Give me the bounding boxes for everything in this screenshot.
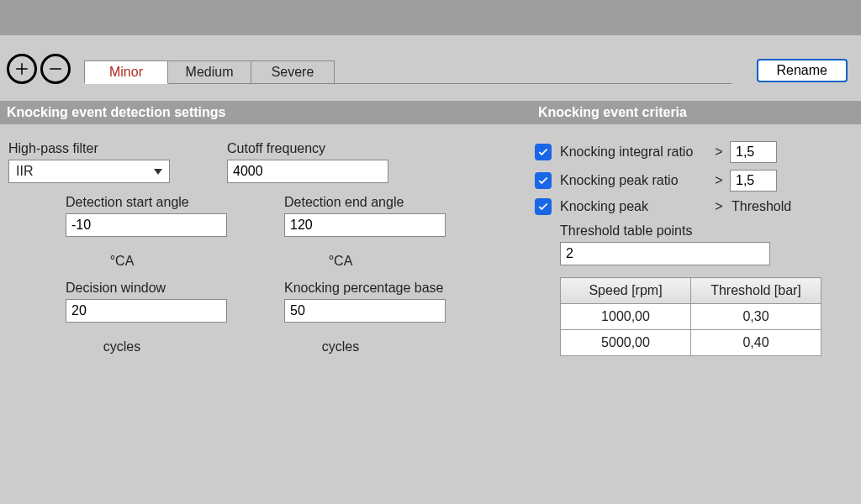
cycles-unit-2: cycles [322,339,359,354]
knocking-peak-ratio-checkbox[interactable] [535,172,552,189]
section-title-criteria: Knocking event criteria [535,105,861,120]
tab-minor[interactable]: Minor [84,60,168,84]
plus-icon [14,61,29,76]
gt-symbol-2: > [711,173,726,188]
knocking-peak-ratio-label: Knocking peak ratio [560,173,711,188]
knocking-integral-ratio-label: Knocking integral ratio [560,144,711,160]
gt-symbol-3: > [711,199,726,214]
knocking-integral-ratio-input[interactable] [730,141,777,163]
high-pass-filter-select[interactable]: IIR [8,160,170,183]
knocking-peak-label: Knocking peak [560,199,711,214]
threshold-cell-thresh-1[interactable]: 0,40 [691,330,821,356]
gt-symbol-1: > [711,144,726,160]
threshold-table: Speed [rpm] Threshold [bar] 1000,00 0,30… [560,277,821,356]
section-header-bar: Knocking event detection settings Knocki… [0,101,861,124]
knocking-peak-checkbox[interactable] [535,198,552,215]
remove-tab-button[interactable] [40,54,71,84]
app-top-bar [0,0,861,35]
check-icon [537,201,549,213]
cutoff-frequency-label: Cutoff frequency [227,141,446,156]
table-row[interactable]: 1000,00 0,30 [561,304,821,330]
detection-start-angle-input[interactable] [66,213,227,237]
knocking-peak-ratio-input[interactable] [730,170,777,192]
threshold-table-header-threshold: Threshold [bar] [691,278,821,304]
threshold-table-header-speed: Speed [rpm] [561,278,691,304]
decision-window-label: Decision window [66,281,227,296]
table-row[interactable]: 5000,00 0,40 [561,330,821,356]
threshold-cell-thresh-0[interactable]: 0,30 [691,304,821,330]
knocking-percentage-base-label: Knocking percentage base [284,281,446,296]
threshold-table-points-label: Threshold table points [560,223,854,239]
high-pass-filter-value: IIR [16,164,33,179]
minus-icon [48,61,63,76]
detection-start-angle-label: Detection start angle [66,195,227,210]
add-tab-button[interactable] [7,54,37,84]
threshold-table-points-input[interactable] [560,242,770,265]
threshold-word: Threshold [732,199,791,214]
chevron-down-icon [154,169,162,175]
cutoff-frequency-input[interactable] [227,160,388,183]
detection-settings-panel: High-pass filter IIR Cutoff frequency De… [0,141,535,366]
tab-baseline [334,82,732,84]
criteria-panel: Knocking integral ratio > Knocking peak … [535,141,861,366]
detection-end-angle-label: Detection end angle [284,195,446,210]
section-title-detection: Knocking event detection settings [0,105,535,120]
tab-severe[interactable]: Severe [251,60,335,84]
check-icon [537,146,549,158]
knocking-integral-ratio-checkbox[interactable] [535,144,552,160]
check-icon [537,175,549,186]
high-pass-filter-label: High-pass filter [8,141,227,156]
cycles-unit-1: cycles [103,339,140,354]
angle-unit-1: °CA [110,254,135,269]
knocking-percentage-base-input[interactable] [284,299,446,323]
angle-unit-2: °CA [329,254,353,269]
decision-window-input[interactable] [66,299,227,323]
rename-button[interactable]: Rename [757,59,848,82]
tabs-row: Minor Medium Severe Rename [0,54,861,84]
threshold-cell-speed-0[interactable]: 1000,00 [561,304,691,330]
detection-end-angle-input[interactable] [284,213,446,237]
threshold-cell-speed-1[interactable]: 5000,00 [561,330,691,356]
tab-medium[interactable]: Medium [167,60,251,84]
